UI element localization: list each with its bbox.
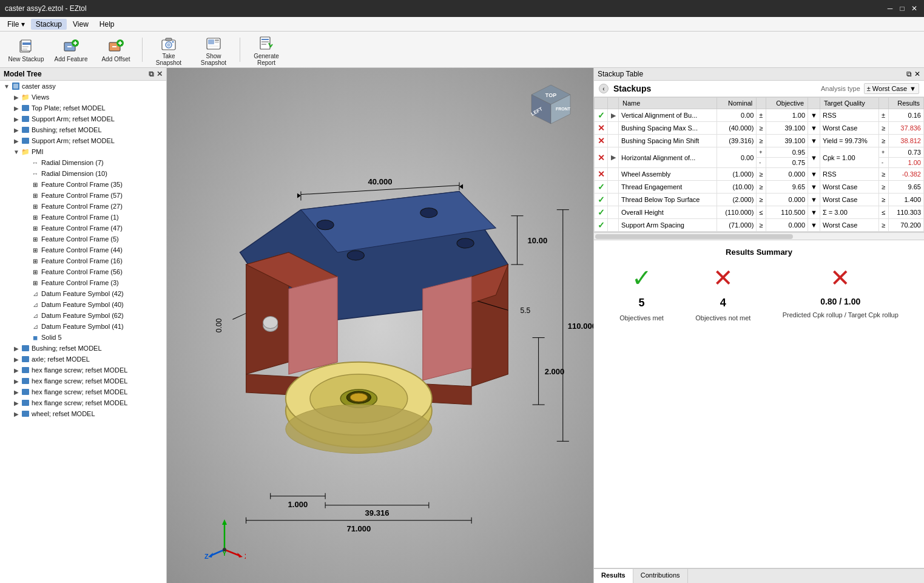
take-snapshot-button[interactable]: Take Snapshot	[147, 34, 190, 66]
tree-item-bushing-1[interactable]: ▶ Bushing; refset MODEL	[0, 124, 166, 135]
tree-item-hex-4[interactable]: ▶ hex flange screw; refset MODEL	[0, 397, 166, 408]
tree-item-fcf-35[interactable]: ⊞ Feature Control Frame (35)	[0, 179, 166, 190]
tree-item-fcf-3[interactable]: ⊞ Feature Control Frame (3)	[0, 277, 166, 288]
row-expand-icon[interactable]: ▶	[611, 153, 616, 161]
svg-rect-32	[13, 84, 18, 89]
tree-item-hex-2[interactable]: ▶ hex flange screw; refset MODEL	[0, 376, 166, 386]
tree-arrow-support-arm-1[interactable]: ▶	[12, 116, 21, 123]
tree-arrow-top-plate[interactable]: ▶	[12, 105, 21, 112]
tree-item-fcf-16[interactable]: ⊞ Feature Control Frame (16)	[0, 255, 166, 266]
tree-item-fcf-5[interactable]: ⊞ Feature Control Frame (5)	[0, 234, 166, 244]
table-row[interactable]: ✕ Bushing Spacing Min Shift (39.316) ≥ 3…	[595, 135, 924, 147]
table-row[interactable]: ✓ Thread Engagement (10.00) ≥ 9.65 ▼ Wor…	[595, 181, 924, 194]
tree-item-datum-41[interactable]: ⊿ Datum Feature Symbol (41)	[0, 321, 166, 332]
table-row[interactable]: ✓ ▶ Vertical Alignment of Bu... 0.00 ± 1…	[595, 109, 924, 122]
new-stackup-button[interactable]: New Stackup	[5, 34, 47, 66]
tree-item-caster-assy[interactable]: ▼ caster assy	[0, 81, 166, 92]
tree-item-support-arm-2[interactable]: ▶ Support Arm; refset MODEL	[0, 135, 166, 146]
menu-file[interactable]: File ▾	[2, 19, 30, 30]
tree-arrow-pmi[interactable]: ▼	[12, 149, 21, 155]
toolbar: New Stackup Add Feature	[0, 32, 924, 68]
part-icon-top-plate	[21, 103, 30, 113]
model-tree-restore[interactable]: ⧉	[149, 70, 154, 78]
objectives-not-met-x-icon: ✕	[713, 264, 733, 292]
tree-item-datum-40[interactable]: ⊿ Datum Feature Symbol (40)	[0, 299, 166, 310]
tree-arrow-views[interactable]: ▶	[12, 94, 21, 101]
table-hscrollbar[interactable]	[594, 232, 924, 240]
show-snapshot-button[interactable]: Show Snapshot	[192, 34, 235, 66]
tree-arrow-axle[interactable]: ▶	[12, 356, 21, 363]
tree-item-wheel[interactable]: ▶ wheel; refset MODEL	[0, 408, 166, 419]
tree-item-fcf-47[interactable]: ⊞ Feature Control Frame (47)	[0, 223, 166, 234]
tree-item-fcf-1[interactable]: ⊞ Feature Control Frame (1)	[0, 212, 166, 223]
table-row[interactable]: ✓ Overall Height (110.000) ≤ 110.500 ▼ Σ…	[595, 206, 924, 219]
tree-item-solid-5[interactable]: ◼ Solid 5	[0, 332, 166, 343]
tree-item-bushing-2[interactable]: ▶ Bushing; refset MODEL	[0, 343, 166, 354]
row-objective: 110.500	[766, 206, 808, 219]
viewport-3d[interactable]: TOP LEFT FRONT	[167, 68, 593, 583]
table-row[interactable]: ✕ Bushing Spacing Max S... (40.000) ≥ 39…	[595, 122, 924, 135]
tree-item-datum-62[interactable]: ⊿ Datum Feature Symbol (62)	[0, 310, 166, 321]
stackup-table-close[interactable]: ✕	[914, 70, 920, 78]
stackup-prev-button[interactable]: ‹	[599, 84, 609, 93]
tab-results[interactable]: Results	[594, 569, 633, 583]
analysis-type-dropdown[interactable]: ± Worst Case ▼	[864, 83, 919, 94]
tree-item-fcf-44[interactable]: ⊞ Feature Control Frame (44)	[0, 244, 166, 255]
model-tree-container[interactable]: ▼ caster assy ▶ 📁 Views ▶ Top P	[0, 81, 166, 583]
tree-item-hex-1[interactable]: ▶ hex flange screw; refset MODEL	[0, 365, 166, 376]
part-icon-hex-3	[21, 387, 30, 397]
part-icon-bushing-2	[21, 343, 30, 353]
table-row[interactable]: ✕ ▶ Horizontal Alignment of... 0.00 + 0.…	[595, 147, 924, 158]
tree-arrow-hex-4[interactable]: ▶	[12, 400, 21, 406]
model-tree-close[interactable]: ✕	[157, 70, 163, 78]
row-obj-dir: ▼	[808, 206, 820, 219]
tree-item-rad-10[interactable]: ↔ Radial Dimension (10)	[0, 168, 166, 179]
analysis-type-label: Analysis type	[821, 85, 860, 92]
new-stackup-label: New Stackup	[8, 56, 44, 62]
tree-arrow-bushing-2[interactable]: ▶	[12, 345, 21, 352]
stackup-table-restore[interactable]: ⧉	[906, 70, 912, 78]
tree-arrow-hex-1[interactable]: ▶	[12, 367, 21, 374]
part-icon-axle	[21, 354, 30, 364]
stackup-data-table-container[interactable]: Name Nominal Objective Target Quality Re…	[594, 97, 924, 232]
viewport[interactable]: TOP LEFT FRONT	[167, 68, 593, 583]
tree-item-rad-7[interactable]: ↔ Radial Dimension (7)	[0, 157, 166, 168]
menu-help[interactable]: Help	[95, 19, 120, 30]
tree-item-fcf-57[interactable]: ⊞ Feature Control Frame (57)	[0, 190, 166, 201]
tree-arrow-hex-3[interactable]: ▶	[12, 389, 21, 396]
svg-text:5.5: 5.5	[520, 306, 530, 315]
menu-stackup[interactable]: Stackup	[31, 19, 67, 30]
maximize-button[interactable]: □	[897, 4, 907, 13]
tree-arrow-bushing-1[interactable]: ▶	[12, 127, 21, 133]
status-pass-icon: ✓	[598, 207, 605, 217]
close-button[interactable]: ✕	[909, 4, 919, 13]
model-tree-title: Model Tree	[4, 70, 42, 78]
tree-item-top-plate[interactable]: ▶ Top Plate; refset MODEL	[0, 103, 166, 113]
tree-item-fcf-56[interactable]: ⊞ Feature Control Frame (56)	[0, 266, 166, 277]
table-row[interactable]: ✓ Thread Below Top Surface (2.000) ≥ 0.0…	[595, 194, 924, 206]
table-row[interactable]: ✓ Support Arm Spacing (71.000) ≥ 0.000 ▼…	[595, 219, 924, 232]
tree-item-datum-42[interactable]: ⊿ Datum Feature Symbol (42)	[0, 288, 166, 299]
tree-item-fcf-27[interactable]: ⊞ Feature Control Frame (27)	[0, 201, 166, 212]
svg-text:39.316: 39.316	[365, 508, 389, 517]
menu-view[interactable]: View	[68, 19, 93, 30]
tree-arrow-hex-2[interactable]: ▶	[12, 378, 21, 385]
tree-item-axle[interactable]: ▶ axle; refset MODEL	[0, 354, 166, 365]
generate-report-button[interactable]: Generate Report	[245, 34, 288, 66]
svg-rect-38	[22, 356, 29, 362]
minimize-button[interactable]: ─	[885, 4, 895, 13]
tree-arrow-caster-assy[interactable]: ▼	[2, 83, 11, 90]
row-expand-icon[interactable]: ▶	[611, 112, 616, 119]
add-feature-button[interactable]: Add Feature	[50, 34, 92, 66]
generate-report-icon	[258, 35, 275, 52]
tree-item-pmi[interactable]: ▼ 📁 PMI	[0, 146, 166, 157]
table-row[interactable]: ✕ Wheel Assembly (1.000) ≥ 0.000 ▼ RSS ≥…	[595, 168, 924, 181]
tree-arrow-support-arm-2[interactable]: ▶	[12, 138, 21, 144]
add-offset-button[interactable]: Add Offset	[95, 34, 137, 66]
tree-arrow-wheel[interactable]: ▶	[12, 411, 21, 417]
tab-contributions[interactable]: Contributions	[633, 569, 688, 583]
tree-item-views[interactable]: ▶ 📁 Views	[0, 92, 166, 103]
tree-item-support-arm-1[interactable]: ▶ Support Arm; refset MODEL	[0, 113, 166, 124]
tree-item-hex-3[interactable]: ▶ hex flange screw; refset MODEL	[0, 386, 166, 397]
row-result-bot-fail: 1.00	[888, 158, 923, 168]
